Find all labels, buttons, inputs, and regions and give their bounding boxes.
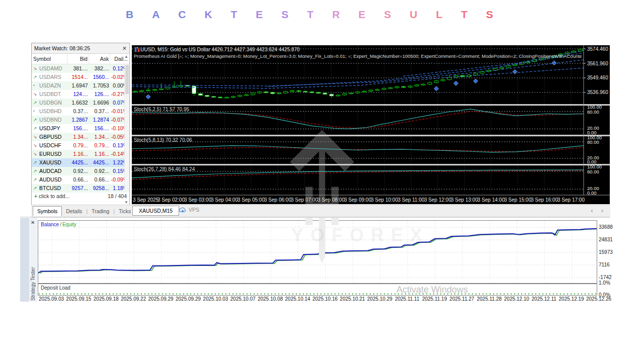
market-watch-scrollbar[interactable] <box>124 63 129 191</box>
time-tick: 3 Sep 15:00 <box>504 197 531 203</box>
deposit-scale-tick: 1.0% <box>599 280 621 286</box>
scroll-down-icon[interactable]: ▼ <box>124 200 128 205</box>
graph-y-tick: 24831 <box>599 237 621 242</box>
date-tick: 2025.09.03 <box>39 296 64 302</box>
market-watch-column-headers: SymbolBidAskDail... <box>32 54 129 64</box>
tester-dock-edge <box>20 218 29 302</box>
date-tick: 2025.09.15 <box>66 296 91 302</box>
stoch-label: Stoch(5,8,13) 70.32 70.06 <box>134 137 192 143</box>
trend-up-icon: ↗ <box>33 124 39 133</box>
trend-flat-icon: • <box>33 81 39 90</box>
date-tick: 2025.10.29 <box>367 296 392 302</box>
tab-scroll-left-icon[interactable]: ‹ <box>591 207 593 214</box>
date-tick: 2025.10.03 <box>203 296 228 302</box>
date-tick: 2025.12.10 <box>504 296 529 302</box>
title-letter: S <box>281 9 288 24</box>
market-watch-rows: ↘USDAMD381....382....0.12%↗USDARS1514...… <box>32 64 129 193</box>
market-watch-panel: Market Watch: 08:36:25 ✕ SymbolBidAskDai… <box>31 43 130 206</box>
time-tick: 3 Sep 02:00 <box>157 197 185 203</box>
table-row[interactable]: ↘USDCHF0.79...0.79...0.13% <box>32 141 129 150</box>
strategy-tester-tab[interactable]: ✕ Strategy Tester <box>29 218 37 302</box>
trend-down-icon: ↘ <box>33 90 39 99</box>
chart-type-icon <box>134 47 140 52</box>
table-row[interactable]: ↗USDBGN1.66321.66960.07% <box>32 99 129 107</box>
table-row[interactable]: ↗BTCUSD9257...9258...1.18% <box>32 184 129 193</box>
tab-xauusd-m15[interactable]: XAUUSD,M15 <box>132 206 179 216</box>
time-tick: 3 Sep 05:00 <box>237 197 265 203</box>
table-row[interactable]: ↘USDBDT124....126....-0.27% <box>32 90 129 99</box>
graph-y-tick: -1742 <box>599 275 621 280</box>
tab-symbols[interactable]: Symbols <box>33 206 62 216</box>
table-row[interactable]: ↘GBPUSD1.34...1.34...-0.05% <box>32 133 129 141</box>
column-header-symbol[interactable]: Symbol <box>32 54 67 64</box>
bid-cell: 0.79... <box>68 141 89 150</box>
close-icon[interactable]: ✕ <box>122 43 127 53</box>
trend-down-icon: ↘ <box>33 133 39 141</box>
vps-button[interactable]: VPS <box>179 207 199 213</box>
price-chart-svg[interactable]: Stoch(6,2,5) 71.57 70.95Stoch(5,8,13) 70… <box>132 45 610 204</box>
strategy-tester-label: Strategy Tester <box>30 267 36 301</box>
date-tick: 2025.10.08 <box>258 296 283 302</box>
table-row[interactable]: ↗USDBND1.28671.2874-0.07% <box>32 116 129 124</box>
column-header-ask[interactable]: Ask <box>89 54 110 64</box>
date-tick: 2025.12.19 <box>559 296 584 302</box>
symbol-cell: ↗BTCUSD <box>32 184 68 193</box>
table-row[interactable]: ↘USDAMD381....382....0.12% <box>32 64 129 73</box>
bid-cell: 1.34... <box>68 133 89 141</box>
date-tick: 2025.11.11 <box>395 296 420 302</box>
tab-scroll-right-icon[interactable]: › <box>601 207 603 214</box>
price-tick: 3549.460 <box>587 75 608 80</box>
price-tick: 3561.960 <box>587 61 608 66</box>
trend-up-icon: ↗ <box>33 158 39 167</box>
add-symbol-button[interactable]: + click to add... <box>34 193 69 200</box>
symbol-cell: ↗USDJPY <box>32 124 68 133</box>
bid-cell: 1.6947 <box>68 81 89 90</box>
time-tick: 3 Sep 2025 <box>133 197 159 203</box>
time-tick: 3 Sep 03:00 <box>184 197 211 203</box>
market-watch-header: Market Watch: 08:36:25 ✕ <box>32 43 129 54</box>
bid-cell: 9257... <box>68 184 89 193</box>
ask-cell: 0.79... <box>89 141 110 150</box>
table-row[interactable]: ↗AUDCAD0.92...0.92...0.15% <box>32 167 129 175</box>
symbol-cell: ↗XAUUSD <box>32 158 68 167</box>
close-icon[interactable]: ✕ <box>31 220 35 225</box>
deposit-load-pane: Deposit Load <box>38 284 597 296</box>
table-row[interactable]: ↗XAUUSD4425...4425...1.22% <box>32 158 129 167</box>
tab-details[interactable]: Details <box>62 207 86 216</box>
symbol-cell: ↘USDBDT <box>32 90 68 99</box>
backtest-graph-svg <box>38 221 597 283</box>
bid-cell: 0.66... <box>68 175 89 184</box>
bottom-tab-strip: SymbolsDetails|Trading|Ticks XAUUSD,M15 … <box>31 205 610 218</box>
symbol-cell: ↗USDARS <box>32 73 68 81</box>
table-row[interactable]: ↗AUDUSD0.66...0.66...-0.09% <box>32 175 129 184</box>
table-row[interactable]: ↗USDARS1514...1560...-0.02% <box>32 73 129 81</box>
column-header-bid[interactable]: Bid <box>67 54 88 64</box>
trend-up-icon: ↗ <box>33 73 39 81</box>
table-row[interactable]: ↘EURUSD1.16...1.16...-0.14% <box>32 150 129 158</box>
symbol-cell: ↘USDAMD <box>32 64 68 73</box>
ask-cell: 9258... <box>89 184 110 193</box>
ask-cell: 1.2874 <box>89 116 110 124</box>
graph-y-tick: 33688 <box>599 224 621 230</box>
price-chart-panel[interactable]: Stoch(6,2,5) 71.57 70.95Stoch(5,8,13) 70… <box>132 45 610 204</box>
tab-trading[interactable]: Trading <box>88 207 113 216</box>
symbol-count: 18 / 404 <box>108 193 127 200</box>
backtest-graph[interactable]: Balance/Equity YOFOREX <box>38 220 597 284</box>
scrollbar-thumb[interactable] <box>125 65 129 94</box>
ask-cell: 1.7053 <box>89 81 110 90</box>
graph-legend: Balance/Equity <box>41 222 76 227</box>
table-row[interactable]: ↗USDJPY156....156....-0.10% <box>32 124 129 133</box>
table-row[interactable]: •USDAZN1.69471.70530.00% <box>32 81 129 90</box>
market-watch-title: Market Watch: 08:36:25 <box>34 43 90 53</box>
bid-cell: 1.16... <box>68 150 89 158</box>
symbol-cell: •USDAZN <box>32 81 68 90</box>
title-letter: B <box>126 9 133 24</box>
date-tick: 2025.11.28 <box>477 296 502 302</box>
vps-label: VPS <box>189 207 199 213</box>
stoch-scale-tick: 80.00 <box>587 169 599 174</box>
date-tick: 2025.12.11 <box>532 296 556 302</box>
date-tick: 2025.09.29 <box>148 296 174 302</box>
scroll-up-icon[interactable]: ▲ <box>124 54 128 59</box>
table-row[interactable]: •USDBHD0.37...0.37...-0.01% <box>32 107 129 116</box>
legend-balance: Balance <box>41 222 59 227</box>
